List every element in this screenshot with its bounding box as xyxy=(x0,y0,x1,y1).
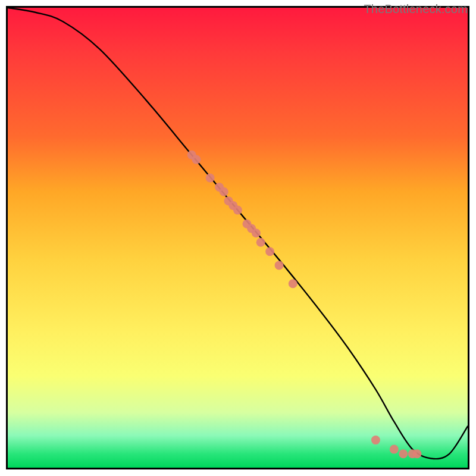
watermark-text: TheBottleneck.com xyxy=(364,2,468,16)
data-point xyxy=(390,445,399,454)
plot-frame xyxy=(6,6,469,469)
data-point xyxy=(252,228,261,237)
data-point xyxy=(233,206,242,215)
chart-svg xyxy=(8,8,468,468)
data-point xyxy=(220,187,228,196)
data-point xyxy=(412,449,421,458)
data-point xyxy=(289,279,298,288)
data-point xyxy=(265,247,274,256)
data-point xyxy=(371,436,380,444)
data-point xyxy=(399,449,408,458)
data-point xyxy=(256,238,265,247)
data-point xyxy=(192,155,201,164)
data-point xyxy=(275,261,284,270)
data-point xyxy=(206,174,215,183)
series-curve xyxy=(8,8,468,459)
scatter-points xyxy=(187,151,422,458)
chart-stage: TheBottleneck.com xyxy=(0,0,476,476)
